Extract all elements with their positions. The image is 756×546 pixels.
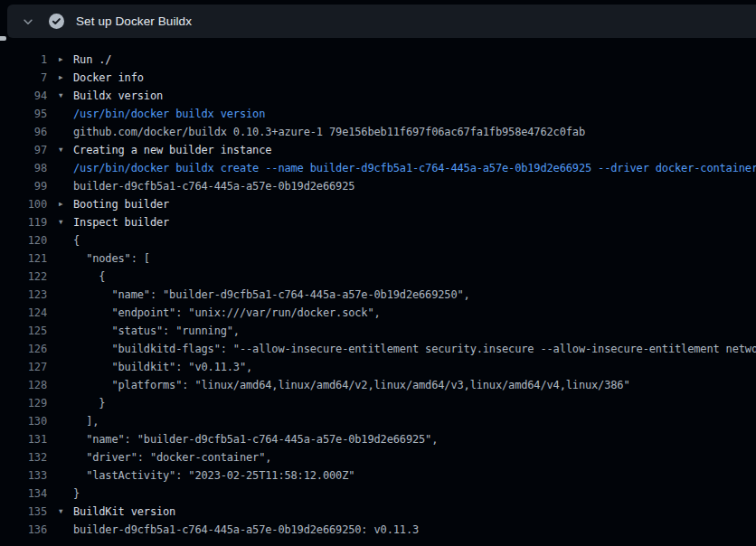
log-line-row: 126 "buildkitd-flags": "--allow-insecure…	[0, 340, 756, 358]
line-number[interactable]: 125	[0, 322, 47, 340]
group-title: BuildKit version	[73, 503, 175, 521]
log-line-row: 121 "nodes": [	[0, 249, 756, 268]
log-line-row: 95/usr/bin/docker buildx version	[0, 105, 756, 123]
line-number[interactable]: 133	[0, 466, 47, 485]
log-line-row: 125 "status": "running",	[0, 322, 756, 340]
line-number[interactable]: 128	[0, 376, 47, 394]
line-number[interactable]: 97	[0, 141, 47, 159]
check-circle-icon	[49, 14, 64, 29]
log-group-row[interactable]: 100▶Booting builder	[0, 195, 756, 213]
line-number[interactable]: 134	[0, 485, 47, 503]
log-group-row[interactable]: 97▼Creating a new builder instance	[0, 141, 756, 159]
triangle-right-icon: ▶	[59, 51, 73, 69]
group-title: Booting builder	[73, 195, 169, 213]
line-number[interactable]: 122	[0, 268, 47, 286]
line-number[interactable]: 95	[0, 105, 47, 123]
chevron-down-icon	[22, 15, 34, 28]
log-line-row: 96github.com/docker/buildx 0.10.3+azure-…	[0, 123, 756, 141]
log-line-row: 132 "driver": "docker-container",	[0, 448, 756, 466]
triangle-down-icon: ▼	[59, 87, 73, 105]
log-line-row: 133 "lastActivity": "2023-02-25T11:58:12…	[0, 466, 756, 485]
log-group-row[interactable]: 94▼Buildx version	[0, 87, 756, 105]
line-number[interactable]: 126	[0, 340, 47, 358]
output-text: "buildkit": "v0.11.3",	[73, 358, 252, 376]
collapse-step-button[interactable]	[20, 14, 36, 30]
output-text: "status": "running",	[73, 322, 240, 340]
triangle-right-icon: ▶	[59, 69, 73, 87]
triangle-right-icon: ▶	[59, 195, 73, 213]
output-text: github.com/docker/buildx 0.10.3+azure-1 …	[73, 123, 585, 141]
log-line-row: 136builder-d9cfb5a1-c764-445a-a57e-0b19d…	[0, 521, 756, 539]
line-number[interactable]: 127	[0, 358, 47, 376]
output-text: "endpoint": "unix:///var/run/docker.sock…	[73, 304, 381, 322]
line-number[interactable]: 1	[0, 51, 47, 69]
line-number[interactable]: 7	[0, 69, 47, 87]
log-output: 1▶Run ./7▶Docker info94▼Buildx version95…	[0, 38, 756, 546]
log-line-row: 127 "buildkit": "v0.11.3",	[0, 358, 756, 376]
output-text: builder-d9cfb5a1-c764-445a-a57e-0b19d2e6…	[73, 177, 354, 195]
line-number[interactable]: 121	[0, 249, 47, 268]
log-group-row[interactable]: 135▼BuildKit version	[0, 503, 756, 521]
line-number[interactable]: 136	[0, 521, 47, 539]
log-line-row: 124 "endpoint": "unix:///var/run/docker.…	[0, 304, 756, 322]
output-text: "nodes": [	[73, 249, 150, 268]
output-text: }	[73, 485, 80, 503]
output-text: "platforms": "linux/amd64,linux/amd64/v2…	[73, 376, 630, 394]
output-text: "name": "builder-d9cfb5a1-c764-445a-a57e…	[73, 286, 470, 304]
line-number[interactable]: 98	[0, 159, 47, 177]
log-line-row: 129 }	[0, 394, 756, 412]
line-number[interactable]: 120	[0, 231, 47, 249]
output-text: ],	[73, 412, 99, 430]
log-line-row: 99builder-d9cfb5a1-c764-445a-a57e-0b19d2…	[0, 177, 756, 195]
group-title: Run ./	[73, 51, 111, 69]
step-title: Set up Docker Buildx	[76, 14, 192, 28]
output-text: builder-d9cfb5a1-c764-445a-a57e-0b19d2e6…	[73, 521, 419, 539]
line-number[interactable]: 135	[0, 503, 47, 521]
log-line-row: 120{	[0, 231, 756, 249]
output-text: "name": "builder-d9cfb5a1-c764-445a-a57e…	[73, 430, 438, 448]
log-line-row: 131 "name": "builder-d9cfb5a1-c764-445a-…	[0, 430, 756, 448]
line-number[interactable]: 119	[0, 213, 47, 231]
line-number[interactable]: 94	[0, 87, 47, 105]
log-group-row[interactable]: 119▼Inspect builder	[0, 213, 756, 231]
step-header[interactable]: Set up Docker Buildx	[7, 5, 756, 38]
group-title: Docker info	[73, 69, 144, 87]
output-text: "buildkitd-flags": "--allow-insecure-ent…	[73, 340, 756, 358]
line-number[interactable]: 131	[0, 430, 47, 448]
log-line-row: 130 ],	[0, 412, 756, 430]
output-text: {	[73, 268, 105, 286]
output-text: {	[73, 231, 80, 249]
log-line-row: 122 {	[0, 268, 756, 286]
log-line-row: 134}	[0, 485, 756, 503]
group-title: Inspect builder	[73, 213, 169, 231]
line-number[interactable]: 96	[0, 123, 47, 141]
log-line-row: 128 "platforms": "linux/amd64,linux/amd6…	[0, 376, 756, 394]
command-text: /usr/bin/docker buildx create --name bui…	[73, 159, 756, 177]
actions-log-viewer: { "header": { "title": "Set up Docker Bu…	[0, 0, 756, 546]
log-line-row: 123 "name": "builder-d9cfb5a1-c764-445a-…	[0, 286, 756, 304]
line-number[interactable]: 132	[0, 448, 47, 466]
output-text: "driver": "docker-container",	[73, 448, 271, 466]
group-title: Buildx version	[73, 87, 163, 105]
group-title: Creating a new builder instance	[73, 141, 271, 159]
output-text: "lastActivity": "2023-02-25T11:58:12.000…	[73, 466, 354, 485]
line-number[interactable]: 129	[0, 394, 47, 412]
triangle-down-icon: ▼	[59, 213, 73, 231]
log-group-row[interactable]: 1▶Run ./	[0, 51, 756, 69]
output-text: }	[73, 394, 105, 412]
line-number[interactable]: 123	[0, 286, 47, 304]
line-number[interactable]: 124	[0, 304, 47, 322]
line-number[interactable]: 99	[0, 177, 47, 195]
log-group-row[interactable]: 7▶Docker info	[0, 69, 756, 87]
line-number[interactable]: 130	[0, 412, 47, 430]
command-text: /usr/bin/docker buildx version	[73, 105, 265, 123]
line-number[interactable]: 100	[0, 195, 47, 213]
triangle-down-icon: ▼	[59, 503, 73, 521]
log-line-row: 98/usr/bin/docker buildx create --name b…	[0, 159, 756, 177]
triangle-down-icon: ▼	[59, 141, 73, 159]
